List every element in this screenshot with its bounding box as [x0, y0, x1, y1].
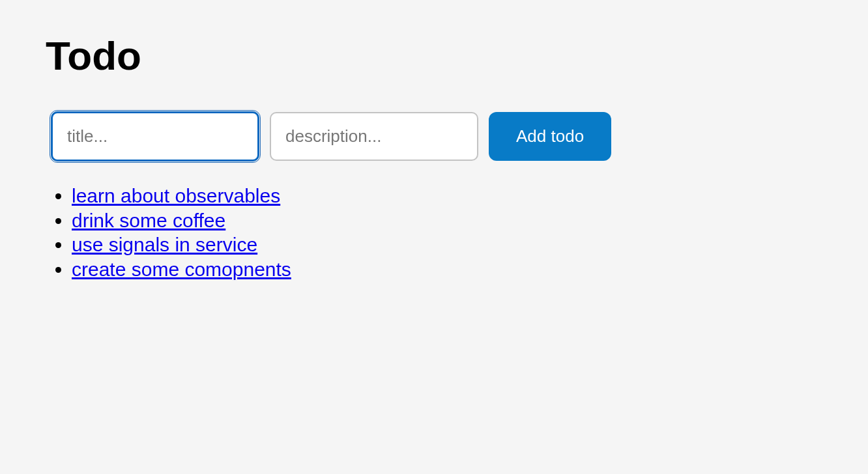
todo-link[interactable]: create some comopnents: [72, 258, 291, 280]
list-item: use signals in service: [72, 232, 822, 257]
todo-link[interactable]: drink some coffee: [72, 210, 225, 231]
page-title: Todo: [46, 33, 822, 79]
add-todo-button[interactable]: Add todo: [489, 112, 611, 161]
add-todo-form: Add todo: [46, 111, 822, 161]
list-item: learn about observables: [72, 184, 822, 208]
list-item: create some comopnents: [72, 257, 822, 282]
todo-list: learn about observables drink some coffe…: [46, 184, 822, 281]
todo-link[interactable]: learn about observables: [72, 185, 280, 206]
list-item: drink some coffee: [72, 208, 822, 233]
title-input[interactable]: [51, 111, 259, 161]
description-input[interactable]: [270, 112, 478, 161]
todo-link[interactable]: use signals in service: [72, 234, 257, 255]
